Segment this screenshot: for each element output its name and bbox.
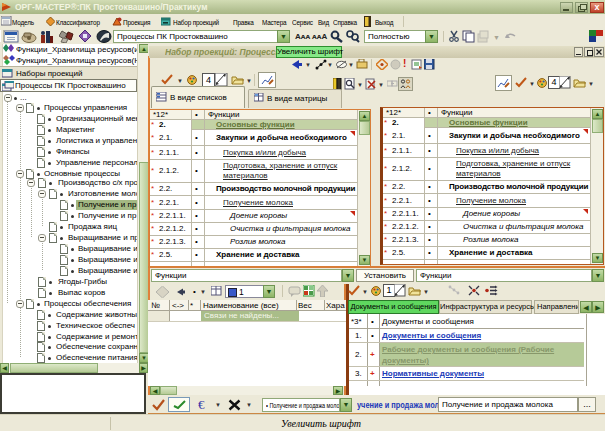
svg-text:€: € bbox=[198, 398, 205, 411]
